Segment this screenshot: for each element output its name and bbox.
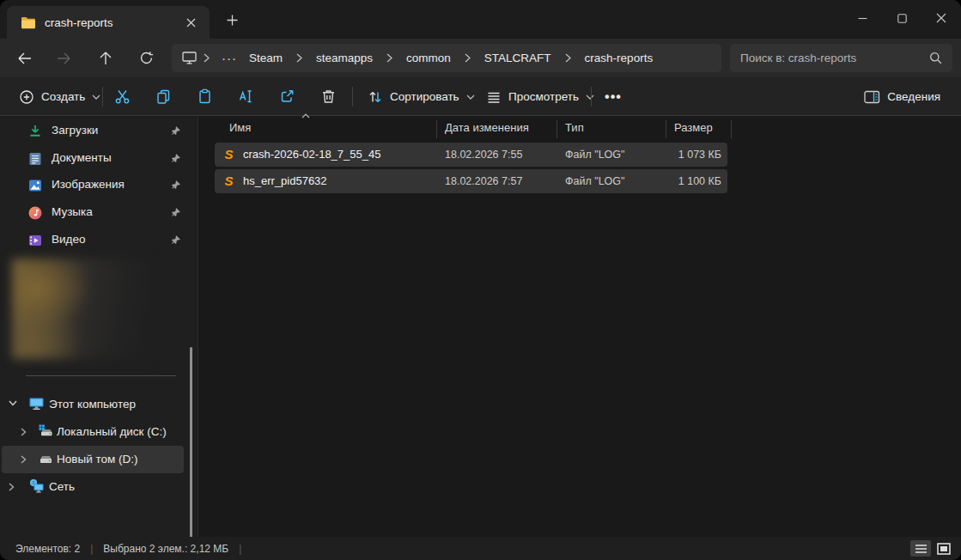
tab-title: crash-reports [45,16,180,29]
navigation-bar: ··· Steam steamapps common STALCRAFT cra… [0,39,961,77]
view-button[interactable]: Просмотреть [477,82,603,112]
details-view-button[interactable] [910,540,931,557]
chevron-right-icon[interactable] [9,483,15,491]
sidebar-item-videos[interactable]: Видео [3,228,186,253]
close-button[interactable] [921,0,961,36]
view-lines-icon [486,89,502,105]
selection-summary: Выбрано 2 элем.: 2,12 МБ [103,543,228,555]
pictures-icon [27,178,43,193]
chevron-right-icon[interactable] [21,428,27,436]
column-separator[interactable] [557,120,557,138]
new-volume-d-icon [38,451,54,466]
breadcrumb-chevron-icon [204,53,210,63]
column-separator[interactable] [666,120,666,138]
sidebar-scrollbar[interactable] [190,347,192,560]
breadcrumb-segment[interactable]: Steam [242,49,289,67]
tree-item-this-pc[interactable]: Этот компьютер [0,391,184,418]
view-label: Просмотреть [508,90,579,103]
file-list: Имя Дата изменения Тип Размер S crash-20… [198,117,961,537]
tree-item-local-disk-c[interactable]: Локальный диск (C:) [0,418,184,446]
sidebar-item-pictures[interactable]: Изображения [3,173,186,198]
pin-icon[interactable] [170,180,181,191]
column-separator[interactable] [436,120,437,138]
create-new-button[interactable]: Создать [10,82,109,112]
rename-button[interactable] [228,82,263,112]
explorer-tab[interactable]: crash-reports [7,6,210,39]
delete-button[interactable] [311,82,345,112]
breadcrumb-segment[interactable]: STALCRAFT [477,49,558,67]
maximize-button[interactable] [882,0,921,36]
status-bar: Элементов: 2 | Выбрано 2 элем.: 2,12 МБ … [0,537,961,560]
tree-item-label: Локальный диск (C:) [57,425,167,438]
sidebar-item-downloads[interactable]: Загрузки [3,119,186,144]
folder-icon [21,16,36,29]
minimize-button[interactable] [842,0,882,36]
pin-icon[interactable] [170,125,181,137]
file-row[interactable]: S crash-2026-02-18_7_55_45 18.02.2026 7:… [215,143,727,167]
search-icon[interactable] [929,52,942,64]
log-file-icon: S [222,147,236,161]
breadcrumb-chevron-icon[interactable] [386,53,392,63]
column-header-modified[interactable]: Дата изменения [445,121,529,134]
blurred-sidebar-content [12,259,149,359]
address-bar[interactable]: ··· Steam steamapps common STALCRAFT cra… [172,44,721,72]
pin-icon[interactable] [170,234,181,246]
sidebar-divider [26,375,176,376]
sidebar-item-documents[interactable]: Документы [3,146,186,172]
command-bar: Создать Сортировать [0,77,961,116]
pin-icon[interactable] [170,153,181,164]
log-file-icon: S [222,173,236,188]
more-options-button[interactable]: ••• [596,82,630,112]
new-tab-button[interactable] [220,9,244,30]
details-pane-label: Сведения [887,90,940,103]
file-size: 1 100 КБ [605,175,721,187]
up-button[interactable] [91,44,119,72]
file-row[interactable]: S hs_err_pid57632 18.02.2026 7:57 Файл "… [215,169,727,193]
pin-icon[interactable] [170,207,181,218]
chevron-down-icon [586,94,594,100]
column-separator[interactable] [731,120,732,138]
tree-item-label: Сеть [49,480,75,493]
file-size: 1 073 КБ [605,149,721,161]
column-header-size[interactable]: Размер [674,121,713,134]
breadcrumb-chevron-icon[interactable] [465,53,471,63]
search-placeholder: Поиск в: crash-reports [740,52,929,64]
tab-close-icon[interactable] [180,12,201,33]
file-name: crash-2026-02-18_7_55_45 [243,148,380,161]
breadcrumb-segment[interactable]: steamapps [309,49,380,67]
sidebar-item-music[interactable]: Музыка [3,200,186,226]
file-name: hs_err_pid57632 [243,174,327,187]
column-header-type[interactable]: Тип [565,121,584,134]
chevron-right-icon[interactable] [21,455,27,464]
copy-button[interactable] [146,82,180,112]
videos-icon [27,233,43,248]
cut-button[interactable] [105,82,139,112]
tree-item-new-volume-d[interactable]: Новый том (D:) [2,446,184,473]
breadcrumb-segment-current[interactable]: crash-reports [578,49,660,67]
file-modified: 18.02.2026 7:55 [445,149,522,161]
toolbar-separator [591,87,592,107]
chevron-down-icon [466,94,475,100]
this-pc-icon[interactable] [182,52,197,64]
sidebar-item-label: Изображения [52,178,125,191]
breadcrumb-chevron-icon[interactable] [296,53,302,63]
large-icons-view-button[interactable] [934,540,954,557]
refresh-button[interactable] [132,44,161,72]
breadcrumb-overflow-button[interactable]: ··· [216,51,242,65]
share-button[interactable] [270,82,304,112]
status-separator: | [90,543,93,555]
breadcrumb-segment[interactable]: common [399,49,458,67]
titlebar: crash-reports [0,0,961,39]
sort-button[interactable]: Сортировать [359,82,484,112]
paste-button[interactable] [187,82,222,112]
chevron-down-icon[interactable] [9,400,17,406]
search-box[interactable]: Поиск в: crash-reports [730,44,952,72]
tree-item-network[interactable]: Сеть [0,473,184,501]
breadcrumb-chevron-icon[interactable] [565,53,571,63]
forward-button[interactable] [50,44,78,72]
details-pane-button[interactable]: Сведения [855,82,949,112]
network-icon [28,478,45,494]
back-button[interactable] [10,44,39,72]
status-separator: | [239,543,241,555]
column-header-name[interactable]: Имя [229,121,251,134]
